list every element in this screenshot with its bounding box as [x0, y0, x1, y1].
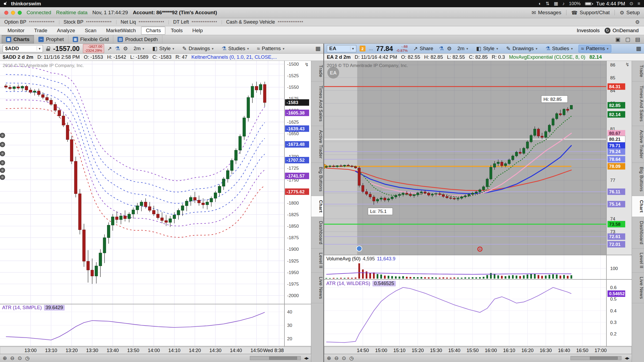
sync-icon[interactable]: ⇅	[546, 1, 549, 6]
timeframe-button[interactable]: 2m▾	[131, 45, 147, 53]
minimize-window-button[interactable]	[11, 11, 15, 15]
patterns-button[interactable]: ≈Patterns▾	[579, 45, 611, 53]
tab-tools[interactable]: Tools	[166, 27, 187, 34]
chart-scrollbar[interactable]	[570, 356, 621, 360]
side-tab-big-buttons[interactable]: Big Buttons	[311, 163, 323, 196]
chart-scrollbar[interactable]	[250, 356, 301, 360]
svg-text:-1583: -1583	[287, 100, 298, 105]
scrollbar-thumb[interactable]	[590, 357, 617, 360]
display-icon[interactable]: ◐	[539, 1, 541, 6]
side-tab-active-trader[interactable]: Active Trader	[632, 126, 644, 163]
replay-clock-icon[interactable]: ◷	[25, 355, 30, 361]
studies-button[interactable]: ⚗Studies▾	[219, 45, 251, 53]
volume-study-header[interactable]: VolumeAvg (50) 4,595 11,643.9	[326, 256, 396, 262]
subtab-product-depth[interactable]: ▤Product Depth	[113, 35, 162, 43]
scrollbar-thumb[interactable]	[269, 357, 297, 360]
tab-marketwatch[interactable]: MarketWatch	[102, 27, 140, 34]
tab-scan[interactable]: Scan	[80, 27, 101, 34]
patterns-button[interactable]: ≈Patterns▾	[255, 45, 287, 53]
chevron-down-icon[interactable]: ▾	[37, 46, 41, 51]
zoom-reset-icon[interactable]: ⊙	[18, 355, 22, 361]
side-tab-trade[interactable]: Trade	[632, 61, 644, 82]
new-window-icon[interactable]: ▢	[625, 36, 630, 43]
replay-clock-icon[interactable]: ◷	[349, 355, 354, 361]
apple-logo-icon[interactable]	[4, 1, 8, 6]
support-chat-button[interactable]: ☎Support/Chat	[571, 10, 610, 16]
setup-button[interactable]: ⚙Setup	[620, 10, 640, 16]
side-tab-chart[interactable]: Chart	[311, 196, 323, 217]
ea-price-chart[interactable]: EAHi: 82.85Lo: 75.1868584838177747384.31…	[324, 61, 632, 354]
battery-percent: 100%	[569, 1, 580, 6]
notification-center-icon[interactable]: ≡	[638, 1, 640, 6]
beaker-icon[interactable]: ⚗	[439, 45, 444, 52]
side-tab-chart[interactable]: Chart	[632, 196, 644, 217]
atr-study-header[interactable]: ATR (14, SIMPLE) 39.6429	[2, 305, 65, 311]
side-tab-level-ii[interactable]: Level II	[632, 249, 644, 273]
drawings-button[interactable]: ✎Drawings▾	[504, 45, 540, 53]
ondemand-button[interactable]: ↻OnDemand	[605, 28, 639, 34]
volume-icon[interactable]: ♪	[562, 1, 565, 6]
style-button[interactable]: ◧Style▾	[474, 45, 500, 53]
messages-button[interactable]: ✉Messages	[532, 10, 561, 16]
atr-study-header[interactable]: ATR (14, WILDERS) 0.546525	[326, 281, 396, 286]
window-layout-icon[interactable]: ▣	[615, 36, 620, 43]
side-tab-dashboard[interactable]: Dashboard	[632, 217, 644, 249]
subtab-prophet[interactable]: ∼Prophet	[34, 35, 68, 43]
pan-arrows-button[interactable]: ◀▶	[625, 356, 629, 360]
subtab-flexible-grid[interactable]: ▦Flexible Grid	[68, 35, 114, 43]
share-button[interactable]: ↗Share	[411, 45, 436, 53]
tab-help[interactable]: Help	[188, 27, 207, 34]
close-window-button[interactable]	[4, 11, 8, 15]
link-group-badge[interactable]: 2	[360, 46, 365, 51]
timeframe-button[interactable]: 2m▾	[455, 45, 471, 53]
gear-icon[interactable]: ⚙	[635, 19, 640, 25]
side-tab-live-news[interactable]: Live News	[311, 273, 323, 303]
zoom-out-icon[interactable]: ⊖	[10, 355, 14, 361]
tab-monitor[interactable]: Monitor	[3, 27, 29, 34]
side-tab-level-ii[interactable]: Level II	[311, 249, 323, 273]
zoom-window-button[interactable]	[18, 11, 22, 15]
subtab-charts[interactable]: ▥Charts	[2, 35, 34, 43]
side-tab-trade[interactable]: Trade	[311, 61, 323, 82]
study-label-movavg[interactable]: MovAvgExponential (CLOSE, 8, 0)	[509, 54, 586, 60]
menu-icon[interactable]: ▤	[635, 36, 640, 43]
panel-menu-icon[interactable]: ▦	[315, 45, 321, 52]
chevron-down-icon[interactable]: ▾	[350, 46, 354, 51]
studies-button[interactable]: ⚗Studies▾	[543, 45, 575, 53]
investools-link[interactable]: Investools	[577, 28, 600, 34]
gear-icon[interactable]: ⚙	[123, 45, 128, 52]
study-label-keltner[interactable]: KeltnerChannels (0, 1.0, 21, CLOSE,...	[191, 54, 277, 60]
symbol-input[interactable]: EA▾	[327, 45, 356, 52]
grid-icon[interactable]: ▦	[554, 1, 558, 6]
share-icon[interactable]: ↗	[107, 45, 112, 52]
style-button[interactable]: ◧Style▾	[150, 45, 177, 53]
symbol-input[interactable]: $ADD▾	[3, 45, 43, 52]
connection-status[interactable]: Connected	[27, 10, 51, 16]
link-lock-icon[interactable]	[46, 46, 50, 51]
svg-text:-1875: -1875	[287, 235, 299, 240]
menubar-clock[interactable]: Tue 4:44 PM	[596, 1, 625, 7]
zoom-in-icon[interactable]: ⊕	[3, 355, 7, 361]
tab-trade[interactable]: Trade	[30, 27, 52, 34]
zoom-out-icon[interactable]: ⊖	[334, 355, 339, 361]
zoom-reset-icon[interactable]: ⊙	[342, 355, 346, 361]
realtime-data-status[interactable]: Realtime data	[56, 10, 87, 16]
side-tab-dashboard[interactable]: Dashboard	[311, 217, 323, 249]
side-tab-times-and-sales[interactable]: Times And Sales	[311, 82, 323, 126]
beaker-icon[interactable]: ⚗	[115, 45, 120, 52]
side-tab-active-trader[interactable]: Active Trader	[311, 126, 323, 163]
note-marker[interactable]	[357, 246, 362, 251]
panel-menu-icon[interactable]: ▦	[636, 45, 641, 52]
tab-analyze[interactable]: Analyze	[53, 27, 79, 34]
gear-icon[interactable]: ⚙	[447, 45, 452, 52]
spotlight-icon[interactable]: ⊙	[630, 1, 633, 6]
svg-text:14:00: 14:00	[148, 348, 160, 353]
tab-charts[interactable]: Charts	[141, 27, 165, 35]
side-tab-live-news[interactable]: Live News	[632, 273, 644, 303]
side-tab-big-buttons[interactable]: Big Buttons	[632, 163, 644, 196]
zoom-in-icon[interactable]: ⊕	[327, 355, 331, 361]
drawings-button[interactable]: ✎Drawings▾	[180, 45, 216, 53]
side-tab-times-and-sales[interactable]: Times And Sales	[632, 82, 644, 126]
account-selector[interactable]: Account: 86*****92 (Tim's Account)	[133, 10, 217, 16]
pan-arrows-button[interactable]: ◀▶	[304, 356, 308, 360]
